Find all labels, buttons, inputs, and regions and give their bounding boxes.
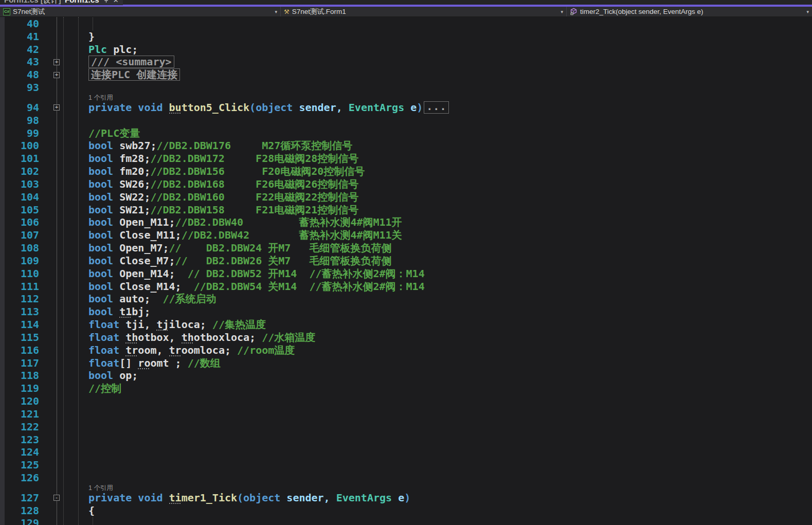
code-row[interactable]: 115float thotbox, thotboxloca; //水箱温度 xyxy=(0,331,812,344)
line-number: 41 xyxy=(0,30,39,43)
chevron-down-icon[interactable]: ▾ xyxy=(806,9,809,14)
code-row[interactable]: 123 xyxy=(0,433,812,446)
code-token: // DB2.DBW24 开M7 毛细管板换负荷侧 xyxy=(169,242,392,254)
code-row[interactable]: 126 xyxy=(0,472,812,484)
code-row[interactable]: 121 xyxy=(0,408,812,421)
code-token: bool xyxy=(88,229,113,241)
code-row[interactable]: 119//控制 xyxy=(0,382,812,395)
fold-expand-icon[interactable]: + xyxy=(53,72,60,78)
collapsed-region-box[interactable]: 连接PLC 创建连接 xyxy=(88,68,180,81)
fold-collapse-icon[interactable]: - xyxy=(53,495,60,501)
code-token: ; xyxy=(225,344,237,356)
code-row[interactable]: 99//PLC变量 xyxy=(0,127,812,140)
code-line-text: bool op; xyxy=(88,369,138,382)
code-row[interactable]: 108bool Open_M7;// DB2.DBW24 开M7 毛细管板换负荷… xyxy=(0,242,812,255)
code-row[interactable]: 100bool swb27;//DB2.DBW176 M27循环泵控制信号 xyxy=(0,139,812,152)
code-row[interactable]: 41} xyxy=(0,30,812,43)
line-number: 129 xyxy=(0,517,39,525)
code-row[interactable]: 120 xyxy=(0,395,812,408)
code-row[interactable]: 103bool SW26;//DB2.DBW168 F26电磁阀26控制信号 xyxy=(0,178,812,191)
code-token: //DB2.DBW160 F22电磁阀22控制信号 xyxy=(150,191,358,203)
code-row[interactable]: 107bool Close_M11;//DB2.DBW42 蓄热补水测4#阀M1… xyxy=(0,229,812,242)
code-row[interactable]: 129 xyxy=(0,517,812,525)
codelens-row: 1 个引用 xyxy=(0,484,812,492)
code-row[interactable]: 118bool op; xyxy=(0,369,812,382)
code-row[interactable]: 111bool Close_M14; //DB2.DBW54 关M14 //蓄热… xyxy=(0,280,812,293)
code-row[interactable]: 114float tji, tjiloca; //集热温度 xyxy=(0,318,812,331)
code-row[interactable]: 104bool SW22;//DB2.DBW160 F22电磁阀22控制信号 xyxy=(0,191,812,204)
code-editor[interactable]: 4041}42Plc plc;43+/// <summary>48+连接PLC … xyxy=(0,17,812,525)
code-row[interactable]: 116float troom, troomloca; //room温度 xyxy=(0,344,812,357)
pin-icon[interactable] xyxy=(103,0,109,7)
code-token: tjiloca xyxy=(156,318,200,331)
code-row[interactable]: 98 xyxy=(0,114,812,127)
code-line-text: bool Close_M7;// DB2.DBW26 关M7 毛细管板换负荷侧 xyxy=(88,255,391,267)
code-row[interactable]: 117float[] roomt ; //数组 xyxy=(0,357,812,370)
code-row[interactable]: 109bool Close_M7;// DB2.DBW26 关M7 毛细管板换负… xyxy=(0,255,812,267)
code-row[interactable]: 122 xyxy=(0,421,812,433)
code-row[interactable]: 40 xyxy=(0,17,812,30)
code-token: thotboxloca xyxy=(182,331,249,343)
code-row[interactable]: 102bool fm20;//DB2.DBW156 F20电磁阀20控制信号 xyxy=(0,165,812,178)
code-token xyxy=(132,492,138,504)
line-number: 113 xyxy=(0,305,39,318)
close-icon[interactable]: ✕ xyxy=(113,0,119,7)
code-token: bool xyxy=(88,178,113,190)
code-line-text: float tji, tjiloca; //集热温度 xyxy=(88,318,266,331)
code-token: bool xyxy=(88,191,113,203)
code-row[interactable]: 94+private void button5_Click(object sen… xyxy=(0,101,812,114)
line-number: 117 xyxy=(0,357,39,370)
code-token: SW21; xyxy=(113,204,150,216)
code-row[interactable]: 124 xyxy=(0,446,812,459)
collapsed-region-box[interactable]: /// <summary> xyxy=(88,56,174,68)
code-row[interactable]: 42Plc plc; xyxy=(0,43,812,56)
code-token xyxy=(342,101,349,114)
code-line-text: bool Open_M7;// DB2.DBW24 开M7 毛细管板换负荷侧 xyxy=(88,242,391,255)
codelens-references[interactable]: 1 个引用 xyxy=(88,484,113,492)
navbar-type-dropdown[interactable]: ⚒ S7net测试.Form1 ▾ xyxy=(281,7,567,16)
code-line-text: //控制 xyxy=(88,382,121,395)
code-row[interactable]: 127-private void timer1_Tick(object send… xyxy=(0,492,812,504)
code-token: /// <summary> xyxy=(91,56,172,68)
code-row[interactable]: 113bool t1bj; xyxy=(0,305,812,318)
line-number: 114 xyxy=(0,318,39,331)
code-row[interactable]: 110bool Open_M14; // DB2.DBW52 开M14 //蓄热… xyxy=(0,267,812,280)
code-row[interactable]: 112bool auto; //系统启动 xyxy=(0,293,812,305)
code-token xyxy=(293,101,299,114)
code-token: sender xyxy=(286,492,323,504)
code-token: ; xyxy=(169,357,188,369)
fold-expand-icon[interactable]: + xyxy=(53,104,60,111)
chevron-down-icon[interactable]: ▾ xyxy=(275,9,277,14)
code-token: troomloca xyxy=(169,344,225,356)
navigation-bar: C# S7net测试 ▾ ⚒ S7net测试.Form1 ▾ timer2_Ti… xyxy=(0,7,812,17)
code-token: //DB2.DBW156 F20电磁阀20控制信号 xyxy=(150,165,365,177)
chevron-down-icon[interactable]: ▾ xyxy=(561,9,563,14)
code-row[interactable]: 48+连接PLC 创建连接 xyxy=(0,68,812,81)
code-row[interactable]: 93 xyxy=(0,81,812,94)
collapsed-body-box[interactable]: ... xyxy=(424,101,449,114)
line-number: 108 xyxy=(0,242,39,255)
code-row[interactable]: 43+/// <summary> xyxy=(0,56,812,68)
code-row[interactable]: 105bool SW21;//DB2.DBW158 F21电磁阀21控制信号 xyxy=(0,204,812,216)
code-line-text: bool swb27;//DB2.DBW176 M27循环泵控制信号 xyxy=(88,139,352,152)
code-token: //控制 xyxy=(88,382,121,394)
code-token: ) xyxy=(404,492,410,504)
code-row[interactable]: 101bool fm28;//DB2.DBW172 F28电磁阀28控制信号 xyxy=(0,152,812,165)
code-row[interactable]: 106bool Open_M11;//DB2.DBW40 蓄热补水测4#阀M11… xyxy=(0,216,812,229)
navbar-project-dropdown[interactable]: C# S7net测试 ▾ xyxy=(0,7,281,16)
fold-expand-icon[interactable]: + xyxy=(53,59,60,65)
code-row[interactable]: 125 xyxy=(0,459,812,472)
navbar-type-label: S7net测试.Form1 xyxy=(292,7,346,16)
codelens-references[interactable]: 1 个引用 xyxy=(88,94,113,101)
line-number: 40 xyxy=(0,17,39,30)
tab-form1[interactable]: Form1.cs✕ xyxy=(61,0,123,7)
code-row[interactable]: 128{ xyxy=(0,504,812,517)
code-token xyxy=(330,492,336,504)
code-token: bool xyxy=(88,152,113,165)
line-number: 104 xyxy=(0,191,39,204)
code-token: float xyxy=(88,331,119,343)
navbar-project-label: S7net测试 xyxy=(13,7,45,16)
code-token xyxy=(163,492,169,504)
csharp-project-icon: C# xyxy=(3,8,10,15)
navbar-member-dropdown[interactable]: timer2_Tick(object sender, EventArgs e) … xyxy=(567,7,812,16)
